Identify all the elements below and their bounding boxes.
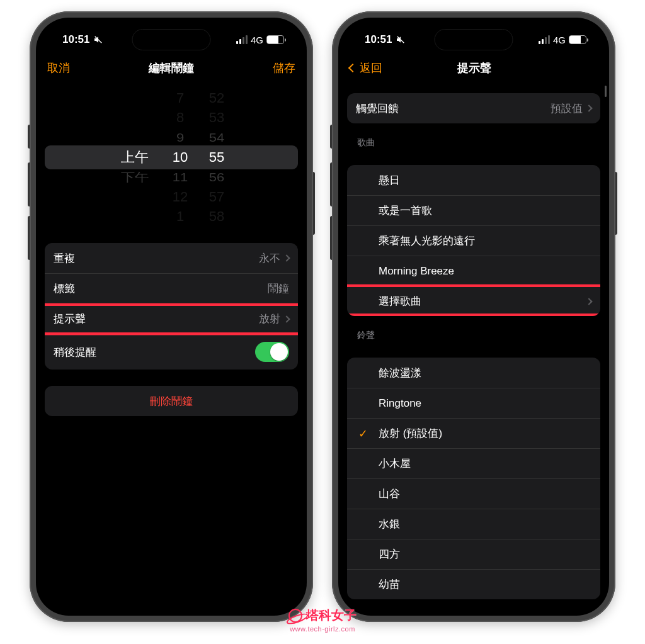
phone-right: 10:51 4G 返回 提示聲 觸覺回饋: [332, 11, 615, 622]
hour-column[interactable]: 7 8 9 10 11 12 1: [162, 88, 198, 227]
sound-content[interactable]: 觸覺回饋 預設值 歌曲 懸日 或是一首歌 乘著無人光影的遠行 Morning B…: [338, 83, 609, 616]
time-picker[interactable]: 上午 下午 7 8 9 10 11 12 1 52 53 54 5: [36, 88, 307, 227]
haptic-row[interactable]: 觸覺回饋 預設值: [347, 93, 600, 123]
check-icon: ✓: [358, 427, 368, 441]
chevron-left-icon: [348, 64, 357, 72]
ringtone-item[interactable]: 四方: [347, 539, 600, 569]
watermark-title: 塔科女子: [306, 607, 357, 624]
status-time: 10:51: [62, 33, 89, 46]
ringtone-item[interactable]: 小木屋: [347, 448, 600, 478]
song-item[interactable]: 懸日: [347, 165, 600, 195]
chevron-right-icon: [585, 105, 592, 111]
ringtone-item[interactable]: 餘波盪漾: [347, 358, 600, 388]
signal-icon: [539, 35, 550, 44]
songs-header: 歌曲: [357, 137, 609, 149]
label-row[interactable]: 標籤 鬧鐘: [45, 273, 298, 303]
snooze-row: 稍後提醒: [45, 334, 298, 370]
repeat-row[interactable]: 重複 永不: [45, 243, 298, 273]
ringtone-item[interactable]: ✓ 放射 (預設值): [347, 418, 600, 448]
ringtones-group: 餘波盪漾 Ringtone ✓ 放射 (預設值) 小木屋 山谷 水銀 四方 幼苗: [347, 358, 600, 599]
delete-group: 刪除鬧鐘: [45, 386, 298, 416]
notch: [435, 29, 513, 50]
phone-left: 10:51 4G 取消 編輯鬧鐘 儲存 上午 下午: [30, 11, 313, 622]
ringtones-header: 鈴聲: [357, 330, 609, 341]
haptic-group: 觸覺回饋 預設值: [347, 93, 600, 123]
snooze-switch[interactable]: [255, 342, 289, 362]
mute-icon: [93, 35, 103, 45]
nav-title: 提示聲: [457, 60, 491, 76]
battery-icon: [266, 35, 284, 44]
back-button[interactable]: 返回: [350, 60, 382, 76]
ringtone-item[interactable]: 山谷: [347, 478, 600, 509]
edit-alarm-content: 上午 下午 7 8 9 10 11 12 1 52 53 54 5: [36, 83, 307, 616]
song-item[interactable]: 或是一首歌: [347, 195, 600, 225]
pick-song-row[interactable]: 選擇歌曲: [347, 286, 600, 316]
song-item[interactable]: Morning Breeze: [347, 256, 600, 286]
song-item[interactable]: 乘著無人光影的遠行: [347, 225, 600, 256]
signal-icon: [236, 35, 248, 44]
alarm-settings-group: 重複 永不 標籤 鬧鐘 提示聲 放射 稍後提醒: [45, 243, 298, 370]
chevron-right-icon: [585, 298, 592, 305]
mute-icon: [396, 35, 406, 45]
edit-alarm-navbar: 取消 編輯鬧鐘 儲存: [36, 53, 307, 83]
screen-left: 10:51 4G 取消 編輯鬧鐘 儲存 上午 下午: [36, 18, 307, 616]
delete-alarm-button[interactable]: 刪除鬧鐘: [45, 386, 298, 416]
ringtone-item[interactable]: Ringtone: [347, 388, 600, 418]
network-label: 4G: [553, 35, 566, 45]
battery-icon: [569, 35, 586, 44]
cancel-button[interactable]: 取消: [47, 60, 79, 76]
chevron-right-icon: [283, 254, 290, 261]
planet-icon: [288, 609, 302, 623]
screen-right: 10:51 4G 返回 提示聲 觸覺回饋: [338, 18, 609, 616]
songs-group: 懸日 或是一首歌 乘著無人光影的遠行 Morning Breeze 選擇歌曲: [347, 165, 600, 316]
scroll-indicator[interactable]: [605, 86, 607, 97]
ringtone-item[interactable]: 水銀: [347, 509, 600, 539]
save-button[interactable]: 儲存: [264, 60, 295, 76]
status-time: 10:51: [365, 33, 392, 46]
watermark: 塔科女子 www.tech-girlz.com: [288, 607, 357, 633]
nav-title: 編輯鬧鐘: [149, 60, 194, 76]
sound-navbar: 返回 提示聲: [338, 53, 609, 83]
notch: [132, 29, 211, 50]
watermark-url: www.tech-girlz.com: [290, 625, 355, 633]
chevron-right-icon: [283, 315, 290, 322]
ringtone-item[interactable]: 幼苗: [347, 569, 600, 599]
ampm-column[interactable]: 上午 下午: [108, 88, 162, 227]
sound-row[interactable]: 提示聲 放射: [45, 303, 298, 334]
minute-column[interactable]: 52 53 54 55 56 57 58: [198, 88, 235, 227]
network-label: 4G: [251, 35, 263, 45]
